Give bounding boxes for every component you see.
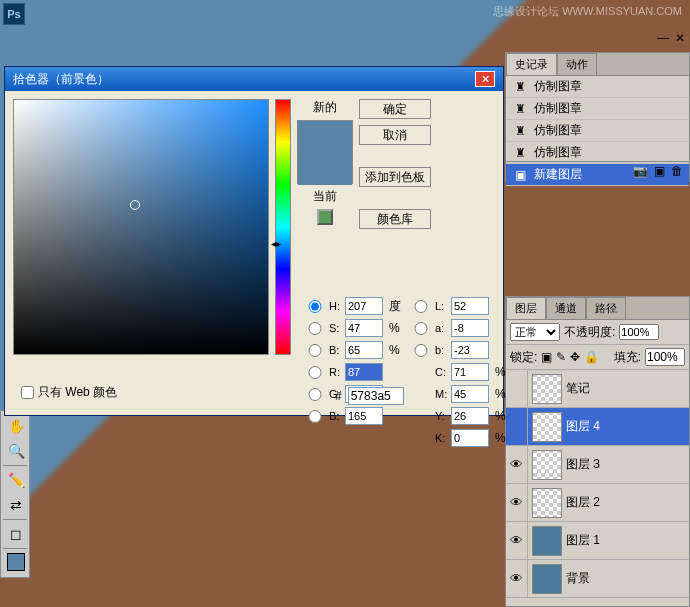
separator <box>3 465 27 466</box>
layer-thumb[interactable] <box>532 412 562 442</box>
h-input[interactable] <box>345 297 383 315</box>
separator <box>3 548 27 549</box>
new-snapshot-icon[interactable]: 📷 <box>633 164 648 179</box>
hue-slider[interactable]: ◂▸ <box>275 99 291 355</box>
dialog-title: 拾色器（前景色） <box>13 71 109 88</box>
b-input[interactable] <box>345 341 383 359</box>
tool-brush-icon[interactable]: ✏️ <box>4 468 28 492</box>
layer-thumb[interactable] <box>532 450 562 480</box>
opacity-input[interactable] <box>619 324 659 340</box>
hue-cursor: ◂▸ <box>271 238 297 249</box>
layer-name: 背景 <box>566 570 590 587</box>
color-picker-dialog: 拾色器（前景色） ✕ ◂▸ 新的 当前 确定 取消 添加到色板 颜色库 H <box>4 66 504 416</box>
tab-actions[interactable]: 动作 <box>557 53 597 75</box>
layer-row[interactable]: 👁图层 1 <box>506 522 689 560</box>
visibility-icon[interactable]: 👁 <box>506 560 528 597</box>
tab-history[interactable]: 史记录 <box>506 53 557 75</box>
new-label: 新的 <box>313 99 337 116</box>
y-input[interactable] <box>451 407 489 425</box>
layer-name: 图层 2 <box>566 494 600 511</box>
new-doc-icon[interactable]: ▣ <box>654 164 665 179</box>
color-lib-button[interactable]: 颜色库 <box>359 209 431 229</box>
radio-h[interactable] <box>305 300 325 313</box>
layer-row[interactable]: 图层 4 <box>506 408 689 446</box>
close-icon[interactable]: ✕ <box>475 71 495 87</box>
radio-l[interactable] <box>411 300 431 313</box>
tab-channels[interactable]: 通道 <box>546 297 586 319</box>
r-input[interactable] <box>345 363 383 381</box>
minimize-icon[interactable]: — <box>657 31 669 45</box>
tool-zoom-icon[interactable]: 🔍 <box>4 439 28 463</box>
hex-input[interactable] <box>348 387 404 405</box>
history-label: 仿制图章 <box>534 78 582 95</box>
lock-all-icon[interactable]: 🔒 <box>584 350 599 364</box>
trash-icon[interactable]: 🗑 <box>671 164 683 179</box>
b2-input[interactable] <box>345 407 383 425</box>
radio-s[interactable] <box>305 322 325 335</box>
tool-swap-icon[interactable]: ⇄ <box>4 493 28 517</box>
layer-thumb[interactable] <box>532 564 562 594</box>
layer-row[interactable]: 👁图层 3 <box>506 446 689 484</box>
history-row[interactable]: ♜仿制图章 <box>506 120 689 142</box>
tool-hand-icon[interactable]: ✋ <box>4 414 28 438</box>
radio-g[interactable] <box>305 388 325 401</box>
radio-a[interactable] <box>411 322 431 335</box>
hash-label: # <box>335 389 342 403</box>
history-label: 仿制图章 <box>534 144 582 161</box>
layers-panel: 图层 通道 路径 正常 不透明度: 锁定: ▣ ✎ ✥ 🔒 填充: 笔记图层 4… <box>505 296 690 607</box>
history-panel: —✕ 史记录 动作 ♜仿制图章♜仿制图章♜仿制图章♜仿制图章▣新建图层 📷 ▣ … <box>505 52 690 182</box>
history-row[interactable]: ♜仿制图章 <box>506 76 689 98</box>
radio-lab-b[interactable] <box>411 344 431 357</box>
lab-b-input[interactable] <box>451 341 489 359</box>
layer-row[interactable]: 笔记 <box>506 370 689 408</box>
layer-name: 图层 4 <box>566 418 600 435</box>
tab-paths[interactable]: 路径 <box>586 297 626 319</box>
foreground-color-swatch[interactable] <box>7 553 25 571</box>
radio-b2[interactable] <box>305 410 325 423</box>
visibility-icon[interactable]: 👁 <box>506 484 528 521</box>
app-icon: Ps <box>3 3 25 25</box>
history-row[interactable]: ♜仿制图章 <box>506 98 689 120</box>
layer-thumb[interactable] <box>532 374 562 404</box>
add-swatch-button[interactable]: 添加到色板 <box>359 167 431 187</box>
color-cursor <box>130 200 140 210</box>
web-only-checkbox[interactable] <box>21 386 34 399</box>
l-input[interactable] <box>451 297 489 315</box>
k-input[interactable] <box>451 429 489 447</box>
layer-row[interactable]: 👁背景 <box>506 560 689 598</box>
web-only-label: 只有 Web 颜色 <box>38 384 117 401</box>
color-field[interactable] <box>13 99 269 355</box>
stamp-icon: ♜ <box>512 123 528 139</box>
s-input[interactable] <box>345 319 383 337</box>
radio-r[interactable] <box>305 366 325 379</box>
separator <box>3 519 27 520</box>
fill-input[interactable] <box>645 348 685 366</box>
layer-row[interactable]: 👁图层 2 <box>506 484 689 522</box>
history-label: 仿制图章 <box>534 122 582 139</box>
current-color-swatch[interactable] <box>298 153 352 185</box>
lock-trans-icon[interactable]: ▣ <box>541 350 552 364</box>
color-fields: H:度 L: S:% a: B:% b: R: C:% G: M:% B: Y:… <box>305 297 513 447</box>
visibility-icon[interactable]: 👁 <box>506 446 528 483</box>
toolbar-left: ✋ 🔍 ✏️ ⇄ ◻ <box>0 410 30 578</box>
current-label: 当前 <box>313 188 337 205</box>
ok-button[interactable]: 确定 <box>359 99 431 119</box>
radio-b[interactable] <box>305 344 325 357</box>
cube-icon[interactable] <box>317 209 333 225</box>
close-icon[interactable]: ✕ <box>675 31 685 45</box>
visibility-icon[interactable]: 👁 <box>506 522 528 559</box>
c-input[interactable] <box>451 363 489 381</box>
a-input[interactable] <box>451 319 489 337</box>
blend-mode-select[interactable]: 正常 <box>510 323 560 341</box>
stamp-icon: ♜ <box>512 79 528 95</box>
stamp-icon: ♜ <box>512 101 528 117</box>
lock-paint-icon[interactable]: ✎ <box>556 350 566 364</box>
watermark: 思缘设计论坛 WWW.MISSYUAN.COM <box>493 4 682 19</box>
dialog-titlebar[interactable]: 拾色器（前景色） ✕ <box>5 67 503 91</box>
cancel-button[interactable]: 取消 <box>359 125 431 145</box>
layer-thumb[interactable] <box>532 488 562 518</box>
lock-move-icon[interactable]: ✥ <box>570 350 580 364</box>
m-input[interactable] <box>451 385 489 403</box>
layer-thumb[interactable] <box>532 526 562 556</box>
tool-mask-icon[interactable]: ◻ <box>4 522 28 546</box>
